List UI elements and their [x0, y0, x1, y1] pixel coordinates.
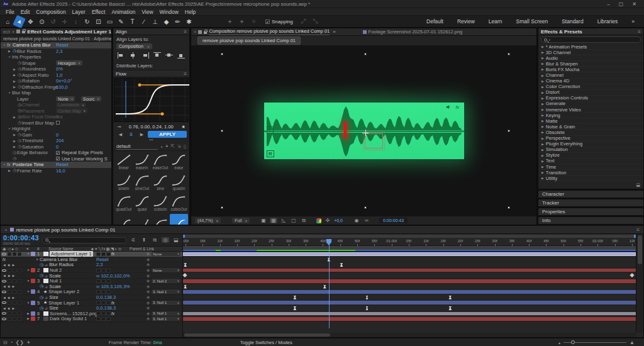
- av-box[interactable]: [8, 311, 11, 315]
- switch-box[interactable]: [106, 317, 111, 321]
- keyframe-ease[interactable]: [340, 263, 343, 267]
- timeline-vertical-scrollbar[interactable]: [636, 234, 643, 333]
- twirl-icon[interactable]: ▶: [541, 74, 544, 77]
- effect-row-camera-lens-blur[interactable]: ▼fxCamera Lens BlurReset: [1, 42, 111, 48]
- switch-box[interactable]: [101, 311, 106, 315]
- switch-box[interactable]: [101, 301, 106, 304]
- view-layout-icon[interactable]: ⧉: [300, 218, 308, 224]
- property-row-blur-radius[interactable]: ◀ ◆ ▶◷⊿Blur Radius2,3✣: [1, 262, 182, 268]
- current-time-display[interactable]: 0:00:00:43 00043 (60,00 fps): [3, 235, 39, 246]
- selection-handle[interactable]: [364, 53, 367, 55]
- property-row-scale[interactable]: ◀ ◆ ▶◷⊿Scale∞ 102,0,102,0%✣: [1, 273, 182, 279]
- twirl-icon[interactable]: ▶: [541, 79, 544, 83]
- twirl-icon[interactable]: ▶: [541, 165, 544, 169]
- property-value[interactable]: 16,0: [56, 168, 65, 174]
- flow-preset-cubicOut[interactable]: cubicOut: [170, 193, 188, 213]
- align-top-button[interactable]: [153, 52, 161, 59]
- twirl-icon[interactable]: ▶: [541, 176, 544, 180]
- anchor-point-icon[interactable]: [362, 130, 369, 136]
- project-tab-partial[interactable]: ect: [3, 29, 10, 35]
- fx-switch-icon[interactable]: fx: [111, 311, 114, 316]
- person-tool-icon[interactable]: ✦: [225, 17, 235, 26]
- flow-preset-row4-12[interactable]: [114, 214, 133, 225]
- av-switches[interactable]: [1, 290, 26, 294]
- tab-close-icon[interactable]: ×: [4, 227, 8, 233]
- stopwatch-icon[interactable]: ◷: [17, 108, 22, 113]
- workspace-tab-standard[interactable]: Standard: [555, 18, 591, 25]
- parent-link-dropdown[interactable]: 2. Null 2∨: [152, 279, 180, 283]
- workspace-tab-»[interactable]: »: [625, 18, 641, 25]
- effect-property-gain[interactable]: ▶◷Gain0: [1, 132, 111, 138]
- roto-brush-tool[interactable]: ✏: [172, 17, 183, 26]
- av-box[interactable]: [13, 301, 16, 304]
- effect-property-invert-blur-map[interactable]: ◷Invert Blur Map: [1, 120, 111, 126]
- playhead-line[interactable]: [329, 240, 330, 328]
- switch-box[interactable]: [106, 279, 111, 283]
- snapping-checkbox[interactable]: ✓: [265, 20, 270, 24]
- av-box[interactable]: [18, 301, 21, 304]
- keyframe-navigator[interactable]: ◀ ◆ ▶: [1, 284, 26, 288]
- pan-behind-tool[interactable]: ⊡: [93, 17, 104, 26]
- zoom-out-mountain-icon[interactable]: ▴: [558, 340, 560, 345]
- twirl-icon[interactable]: ▶: [12, 85, 17, 89]
- effect-property-blur-radius[interactable]: ▶◷Blur Radius2,3: [1, 48, 111, 55]
- panel-tab-info[interactable]: Info: [538, 216, 644, 225]
- switch-box[interactable]: [101, 279, 106, 283]
- property-checkbox[interactable]: ✓: [56, 157, 60, 160]
- layer-duration-bar[interactable]: [183, 252, 636, 256]
- mask-icon[interactable]: ⌗: [248, 17, 259, 26]
- expression-gear-icon[interactable]: ✣: [147, 262, 150, 267]
- effect-property-channel[interactable]: ◷ChannelLuminance∨: [1, 102, 111, 108]
- align-to-dropdown[interactable]: Composition ∨: [116, 43, 152, 49]
- twirl-icon[interactable]: ▶: [541, 91, 544, 94]
- twirl-icon[interactable]: ▶: [12, 79, 17, 83]
- parent-link-dropdown[interactable]: 3. Null 1∨: [152, 289, 180, 294]
- av-box[interactable]: [18, 269, 21, 272]
- hand-tool[interactable]: ✥: [25, 17, 36, 26]
- user-icon[interactable]: ✦: [26, 340, 31, 345]
- selection-handle[interactable]: [364, 206, 367, 209]
- layer-duration-bar[interactable]: [183, 279, 636, 283]
- eye-icon[interactable]: [2, 318, 6, 320]
- expression-gear-icon[interactable]: ✣: [147, 257, 150, 262]
- layer-duration-bar[interactable]: [183, 269, 636, 272]
- timeline-tab[interactable]: remove plosive pop sounds Linked Comp 01: [16, 227, 116, 233]
- graph-row[interactable]: [183, 295, 636, 301]
- property-dropdown-2[interactable]: Sourc∨: [81, 96, 101, 101]
- effect-property-saturation[interactable]: ▶◷Saturation0: [1, 144, 111, 150]
- effect-property-placement[interactable]: ◷PlacementCenter Map∨: [1, 108, 111, 114]
- minimize-button[interactable]: –: [607, 1, 609, 7]
- menu-help[interactable]: Help: [182, 9, 199, 15]
- draft-3d-icon[interactable]: ⬆: [140, 237, 148, 243]
- effect-property-shape[interactable]: ◷ShapeHexagon∨: [1, 60, 111, 67]
- flow-preset-easeIn[interactable]: easeIn: [133, 152, 151, 172]
- color-depth-icon[interactable]: ◔: [10, 340, 13, 345]
- selection-handle[interactable]: [508, 130, 510, 132]
- av-box[interactable]: [18, 252, 21, 256]
- layer-row-shape-layer-1[interactable]: ▼5★Shape Layer 1fx✣3. Null 1∨: [1, 300, 182, 306]
- flow-preset-sine[interactable]: sine: [152, 172, 170, 193]
- av-box[interactable]: [8, 290, 11, 294]
- layer-switches[interactable]: [96, 301, 111, 304]
- parent-pickwhip-icon[interactable]: ✣: [147, 316, 150, 321]
- stopwatch-icon[interactable]: ◷: [12, 156, 17, 161]
- flow-preset-row4-14[interactable]: [152, 214, 170, 225]
- menu-layer[interactable]: Layer: [69, 9, 89, 15]
- clone-stamp-tool[interactable]: ⊥: [150, 17, 160, 26]
- parent-pickwhip-icon[interactable]: ✣: [147, 252, 150, 256]
- flow-preset-sineOut[interactable]: sineOut: [133, 172, 151, 193]
- eye-icon[interactable]: [2, 280, 6, 282]
- twirl-icon[interactable]: ▶: [7, 169, 12, 172]
- workspace-tab-libraries[interactable]: Libraries: [591, 18, 625, 25]
- effect-property-aspect-ratio[interactable]: ▶◷Aspect Ratio1,0: [1, 72, 111, 79]
- menu-file[interactable]: File: [3, 9, 18, 15]
- parent-pickwhip-icon[interactable]: ✣: [147, 279, 150, 283]
- twirl-icon[interactable]: ▶: [12, 115, 17, 119]
- home-tool[interactable]: ⌂: [3, 17, 13, 26]
- align-menu-icon[interactable]: ≡: [184, 29, 187, 35]
- align-center-h-button[interactable]: [130, 52, 137, 59]
- expression-gear-icon[interactable]: ✣: [147, 274, 150, 278]
- graph-row[interactable]: [183, 257, 636, 263]
- menu-effect[interactable]: Effect: [89, 9, 109, 15]
- twirl-icon[interactable]: ▼: [7, 91, 12, 94]
